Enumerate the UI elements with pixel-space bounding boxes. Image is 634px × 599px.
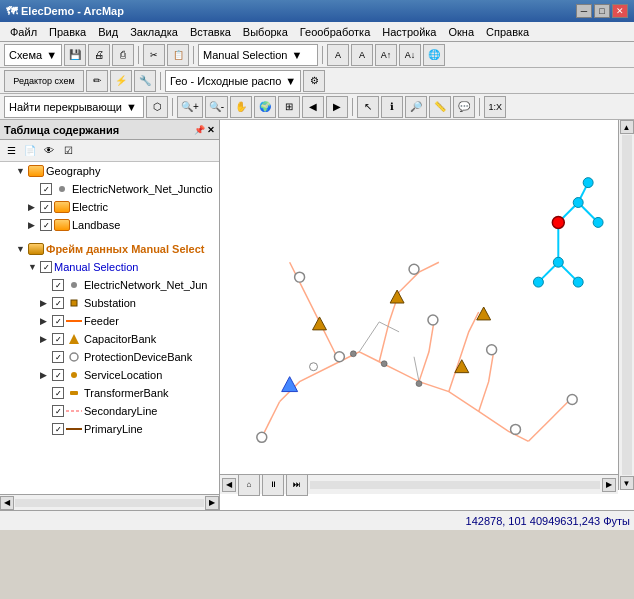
toolbar-btn-4[interactable]: ✂ [143, 44, 165, 66]
map-scroll-left[interactable]: ◀ [222, 478, 236, 492]
select-btn[interactable]: ↖ [357, 96, 379, 118]
toc-list-btn[interactable]: ☰ [2, 142, 20, 160]
map-fwd-btn[interactable]: ⏭ [286, 474, 308, 496]
toolbar-btn-8[interactable]: A↑ [375, 44, 397, 66]
toc-scroll-right[interactable]: ▶ [205, 496, 219, 510]
menu-settings[interactable]: Настройка [376, 24, 442, 40]
svg-point-26 [295, 272, 305, 282]
scale-btn[interactable]: 1:X [484, 96, 506, 118]
menu-selection[interactable]: Выборка [237, 24, 294, 40]
title-bar-controls[interactable]: ─ □ ✕ [576, 4, 628, 18]
menu-geoprocessing[interactable]: Геообработка [294, 24, 377, 40]
frame-group[interactable]: ▼ Фрейм данных Manual Select [0, 240, 219, 258]
toolbar-btn-3[interactable]: ⎙ [112, 44, 134, 66]
substation-item[interactable]: ▶ Substation [0, 294, 219, 312]
transformer-item[interactable]: TransformerBank [0, 384, 219, 402]
menu-help[interactable]: Справка [480, 24, 535, 40]
feeder-checkbox[interactable] [52, 315, 64, 327]
map-canvas[interactable] [220, 120, 618, 494]
landbase-item[interactable]: ▶ Landbase [0, 216, 219, 234]
electric-junction-item[interactable]: ElectricNetwork_Net_Junctio [0, 180, 219, 198]
secondary-item[interactable]: SecondaryLine [0, 402, 219, 420]
toc-scroll-left[interactable]: ◀ [0, 496, 14, 510]
en-junction-item[interactable]: ElectricNetwork_Net_Jun [0, 276, 219, 294]
landbase-checkbox[interactable] [40, 219, 52, 231]
find-overlap-dropdown[interactable]: Найти перекрывающи ▼ [4, 96, 144, 118]
menu-edit[interactable]: Правка [43, 24, 92, 40]
toolbar-btn-10[interactable]: 🌐 [423, 44, 445, 66]
world-btn[interactable]: 🌍 [254, 96, 276, 118]
toolbar-btn-6[interactable]: A [327, 44, 349, 66]
schema-dropdown[interactable]: Схема ▼ [4, 44, 62, 66]
toolbar-btn-2[interactable]: 🖨 [88, 44, 110, 66]
primary-item[interactable]: PrimaryLine [0, 420, 219, 438]
editor-tool-3[interactable]: 🔧 [134, 70, 156, 92]
toolbar-btn-1[interactable]: 💾 [64, 44, 86, 66]
manual-selection-dropdown[interactable]: Manual Selection ▼ [198, 44, 318, 66]
secondary-checkbox[interactable] [52, 405, 64, 417]
pan-btn[interactable]: ✋ [230, 96, 252, 118]
electric-junction-checkbox[interactable] [40, 183, 52, 195]
zoom-in-btn[interactable]: 🔍+ [177, 96, 203, 118]
geo-btn[interactable]: ⚙ [303, 70, 325, 92]
protection-item[interactable]: ProtectionDeviceBank [0, 348, 219, 366]
minimize-button[interactable]: ─ [576, 4, 592, 18]
capacitor-checkbox[interactable] [52, 333, 64, 345]
separator-5 [172, 98, 173, 116]
map-scroll-up[interactable]: ▲ [620, 120, 634, 134]
map-pause-btn[interactable]: ⏸ [262, 474, 284, 496]
map-scrollbar-right[interactable]: ▲ ▼ [618, 120, 634, 490]
toc-visibility-btn[interactable]: 👁 [40, 142, 58, 160]
menu-windows[interactable]: Окна [442, 24, 480, 40]
measure-btn[interactable]: 📏 [429, 96, 451, 118]
toc-close-btn[interactable]: ✕ [207, 125, 215, 135]
transformer-checkbox[interactable] [52, 387, 64, 399]
geo-dropdown[interactable]: Гео - Исходные распо ▼ [165, 70, 301, 92]
toc-scrollbar-bottom[interactable]: ◀ ▶ [0, 494, 219, 510]
main-area: Таблица содержания 📌 ✕ ☰ 📄 👁 ☑ ▼ Geograp… [0, 120, 634, 510]
find-btn[interactable]: 🔎 [405, 96, 427, 118]
editor-tool-1[interactable]: ✏ [86, 70, 108, 92]
map-scroll-down[interactable]: ▼ [620, 476, 634, 490]
toc-source-btn[interactable]: 📄 [21, 142, 39, 160]
transformer-icon [66, 388, 82, 398]
manual-selection-item[interactable]: ▼ Manual Selection [0, 258, 219, 276]
toc-scroll-track[interactable] [15, 499, 204, 507]
toolbar-btn-5[interactable]: 📋 [167, 44, 189, 66]
close-button[interactable]: ✕ [612, 4, 628, 18]
zoom-out-btn[interactable]: 🔍- [205, 96, 228, 118]
manual-checkbox[interactable] [40, 261, 52, 273]
capacitor-item[interactable]: ▶ CapacitorBank [0, 330, 219, 348]
toolbar-btn-7[interactable]: A [351, 44, 373, 66]
identify-btn[interactable]: ℹ [381, 96, 403, 118]
toc-selection-btn[interactable]: ☑ [59, 142, 77, 160]
map-scroll-right[interactable]: ▶ [602, 478, 616, 492]
map-area[interactable]: ▲ ▼ ◀ ⌂ ⏸ ⏭ ▶ [220, 120, 634, 510]
electric-checkbox[interactable] [40, 201, 52, 213]
extent-btn[interactable]: ⊞ [278, 96, 300, 118]
menu-file[interactable]: Файл [4, 24, 43, 40]
service-checkbox[interactable] [52, 369, 64, 381]
maximize-button[interactable]: □ [594, 4, 610, 18]
feeder-item[interactable]: ▶ Feeder [0, 312, 219, 330]
service-item[interactable]: ▶ ServiceLocation [0, 366, 219, 384]
menu-insert[interactable]: Вставка [184, 24, 237, 40]
editor-tool-2[interactable]: ⚡ [110, 70, 132, 92]
map-scroll-track[interactable] [310, 481, 600, 489]
tooltip-btn[interactable]: 💬 [453, 96, 475, 118]
protection-checkbox[interactable] [52, 351, 64, 363]
overlap-tool[interactable]: ⬡ [146, 96, 168, 118]
geography-group[interactable]: ▼ Geography [0, 162, 219, 180]
en-junction-checkbox[interactable] [52, 279, 64, 291]
menu-view[interactable]: Вид [92, 24, 124, 40]
map-home-btn[interactable]: ⌂ [238, 474, 260, 496]
editor-btn[interactable]: Редактор схем [4, 70, 84, 92]
menu-bookmark[interactable]: Закладка [124, 24, 184, 40]
primary-checkbox[interactable] [52, 423, 64, 435]
forward-btn[interactable]: ▶ [326, 96, 348, 118]
toc-pin-btn[interactable]: 📌 [194, 125, 205, 135]
back-btn[interactable]: ◀ [302, 96, 324, 118]
electric-item[interactable]: ▶ Electric [0, 198, 219, 216]
substation-checkbox[interactable] [52, 297, 64, 309]
toolbar-btn-9[interactable]: A↓ [399, 44, 421, 66]
